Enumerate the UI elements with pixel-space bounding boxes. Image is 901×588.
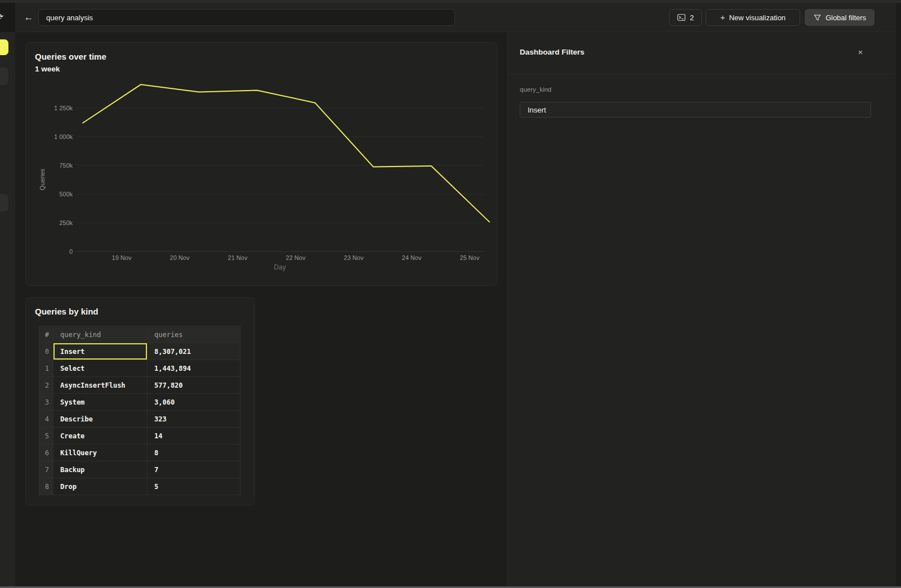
table-row: 3System3,060 — [39, 394, 240, 411]
y-axis-title: Queries — [39, 168, 46, 190]
topbar: ← 2 + New visualization Global filters — [15, 3, 901, 32]
row-index-cell: 7 — [39, 461, 53, 478]
header-index[interactable]: # — [39, 326, 53, 343]
series-line — [83, 84, 489, 222]
row-index-cell: 3 — [39, 394, 53, 411]
dashboard-title-input[interactable] — [38, 9, 455, 26]
query-kind-filter-input[interactable] — [520, 102, 871, 118]
row-index-cell: 6 — [39, 445, 53, 461]
app-window: ⟳ ← 2 + New visualization Global filters — [0, 0, 901, 588]
sidebar-item-3[interactable] — [0, 194, 8, 212]
y-tick-label: 750k — [59, 162, 73, 169]
window-right-edge — [896, 3, 901, 588]
queries-over-time-chart: 0250k500k750k1 000k1 250kQueries19 Nov20… — [26, 43, 497, 285]
table-row: 6KillQuery8 — [39, 445, 240, 461]
queries-cell[interactable]: 8,307,021 — [148, 343, 240, 360]
queries-by-kind-table-wrap: # query_kind queries 0Insert8,307,0211Se… — [39, 326, 240, 495]
console-icon — [677, 13, 686, 22]
header-query-kind[interactable]: query_kind — [53, 326, 148, 343]
plus-icon: + — [720, 12, 725, 22]
table-row: 4Describe323 — [39, 411, 240, 428]
x-tick-label: 20 Nov — [170, 254, 190, 261]
query-kind-cell[interactable]: Insert — [53, 343, 148, 360]
refresh-icon[interactable]: ⟳ — [0, 11, 3, 22]
x-tick-label: 25 Nov — [460, 254, 480, 261]
row-index-cell: 1 — [39, 360, 53, 377]
query-kind-cell[interactable]: KillQuery — [53, 445, 148, 461]
row-index-cell: 4 — [39, 411, 53, 428]
queries-by-kind-card: Queries by kind # query_kind queries 0In… — [25, 297, 255, 505]
y-tick-label: 1 000k — [54, 133, 73, 140]
table-row: 8Drop5 — [39, 478, 240, 495]
queries-cell[interactable]: 8 — [148, 445, 240, 461]
panel-divider — [508, 74, 901, 74]
query-kind-cell[interactable]: System — [53, 394, 148, 411]
window-top-edge — [0, 0, 901, 3]
filter-field-label: query_kind — [520, 86, 551, 93]
close-icon[interactable]: × — [855, 47, 866, 58]
row-index-cell: 5 — [39, 428, 53, 445]
y-tick-label: 1 250k — [54, 105, 73, 111]
query-kind-cell[interactable]: AsyncInsertFlush — [53, 377, 148, 394]
queries-cell[interactable]: 3,060 — [148, 394, 240, 411]
left-nav-rail: ⟳ — [0, 3, 15, 588]
queries-cell[interactable]: 577,820 — [148, 377, 240, 394]
x-tick-label: 23 Nov — [344, 254, 364, 261]
header-queries[interactable]: queries — [148, 326, 240, 343]
queries-cell[interactable]: 323 — [148, 411, 240, 428]
query-kind-cell[interactable]: Select — [53, 360, 148, 377]
global-filters-label: Global filters — [826, 14, 866, 22]
x-tick-label: 22 Nov — [286, 254, 306, 261]
new-visualization-label: New visualization — [729, 14, 786, 22]
x-tick-label: 19 Nov — [112, 254, 132, 261]
sidebar-item-active[interactable] — [0, 39, 8, 55]
tabs-count: 2 — [690, 14, 694, 22]
table-row: 1Select1,443,894 — [39, 360, 240, 377]
table-row: 7Backup7 — [39, 461, 240, 478]
x-tick-label: 24 Nov — [402, 254, 422, 261]
table-title: Queries by kind — [35, 307, 99, 316]
rail-header: ⟳ — [0, 3, 15, 32]
queries-cell[interactable]: 1,443,894 — [148, 360, 240, 377]
sidebar-item-2[interactable] — [0, 68, 8, 85]
queries-cell[interactable]: 7 — [148, 461, 240, 478]
filters-panel-title: Dashboard Filters — [520, 48, 585, 56]
row-index-cell: 8 — [39, 478, 53, 495]
row-index-cell: 0 — [39, 343, 53, 360]
queries-over-time-card: Queries over time 1 week 0250k500k750k1 … — [25, 42, 497, 286]
query-kind-cell[interactable]: Backup — [53, 461, 148, 478]
funnel-icon — [813, 14, 822, 22]
query-kind-cell[interactable]: Drop — [53, 478, 148, 495]
console-tabs-button[interactable]: 2 — [669, 9, 702, 26]
y-tick-label: 0 — [69, 248, 73, 255]
x-tick-label: 21 Nov — [228, 254, 248, 261]
query-kind-cell[interactable]: Create — [53, 428, 148, 445]
row-index-cell: 2 — [39, 377, 53, 394]
new-visualization-button[interactable]: + New visualization — [706, 9, 800, 26]
table-row: 0Insert8,307,021 — [39, 343, 240, 360]
dashboard-filters-panel: Dashboard Filters × query_kind — [507, 32, 901, 588]
x-axis-title: Day — [274, 263, 286, 271]
global-filters-button[interactable]: Global filters — [805, 9, 875, 26]
queries-by-kind-table: # query_kind queries 0Insert8,307,0211Se… — [39, 326, 240, 495]
table-row: 5Create14 — [39, 428, 240, 445]
back-button[interactable]: ← — [22, 11, 35, 24]
queries-cell[interactable]: 14 — [148, 428, 240, 445]
queries-cell[interactable]: 5 — [148, 478, 240, 495]
y-tick-label: 500k — [59, 191, 73, 198]
table-row: 2AsyncInsertFlush577,820 — [39, 377, 240, 394]
query-kind-cell[interactable]: Describe — [53, 411, 148, 428]
table-header-row: # query_kind queries — [39, 326, 240, 343]
y-tick-label: 250k — [59, 219, 73, 226]
